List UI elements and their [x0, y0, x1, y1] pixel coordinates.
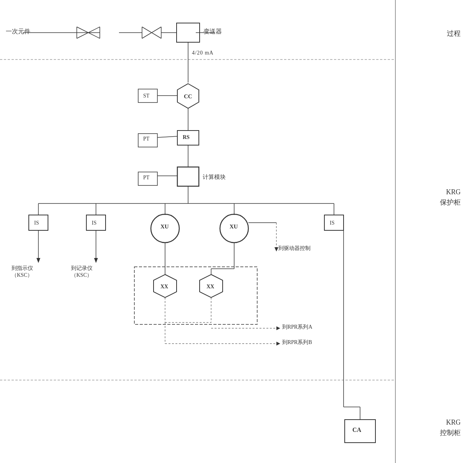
xu1-label: XU — [160, 223, 169, 230]
st-label: ST — [143, 93, 149, 99]
primary-element-label: 一次元件 — [6, 28, 30, 36]
cc-label: CC — [184, 93, 192, 100]
zone-krg-protection-label2: 保护柜 — [440, 198, 461, 207]
svg-marker-43 — [36, 258, 40, 263]
to-rpr-b-label: 到RPR系列B — [282, 339, 312, 346]
zone-krg-control-label1: KRG — [446, 418, 461, 427]
signal-label: 4/20 mA — [192, 50, 213, 56]
svg-rect-27 — [177, 167, 199, 186]
svg-marker-45 — [94, 258, 98, 263]
svg-marker-12 — [142, 27, 152, 38]
svg-line-25 — [157, 136, 177, 137]
diagram-svg — [0, 0, 476, 463]
xx1-label: XX — [160, 284, 168, 290]
zone-process-label: 过程 — [447, 29, 461, 38]
to-indicator-label: 到指示仪 （KSC） — [12, 265, 33, 279]
transmitter-label: 变送器 — [203, 28, 222, 36]
ca-label: CA — [352, 427, 361, 433]
pt2-label: PT — [143, 175, 149, 181]
to-rpr-a-label: 到RPR系列A — [282, 324, 312, 331]
rs-label: RS — [183, 134, 190, 141]
to-recorder-label: 到记录仪 （KSC） — [71, 265, 93, 279]
svg-marker-62 — [276, 342, 280, 346]
zone-krg-control-label2: 控制柜 — [440, 428, 461, 437]
svg-marker-13 — [152, 27, 161, 38]
xx2-label: XX — [207, 284, 214, 290]
diagram-container: 过程 KRG 保护柜 KRG 控制柜 一次元件 变送器 4/20 mA CC S… — [0, 0, 476, 463]
svg-marker-66 — [274, 247, 278, 251]
svg-rect-49 — [134, 267, 257, 324]
zone-krg-protection-label1: KRG — [446, 188, 461, 196]
is2-label: IS — [92, 220, 96, 226]
pt1-label: PT — [143, 136, 149, 142]
xu2-label: XU — [230, 223, 238, 230]
to-driver-label: 到驱动器控制 — [278, 245, 311, 252]
is1-label: IS — [34, 220, 39, 226]
svg-marker-59 — [276, 326, 280, 330]
calc-label: 计算模块 — [203, 174, 226, 181]
is3-label: IS — [330, 220, 334, 226]
